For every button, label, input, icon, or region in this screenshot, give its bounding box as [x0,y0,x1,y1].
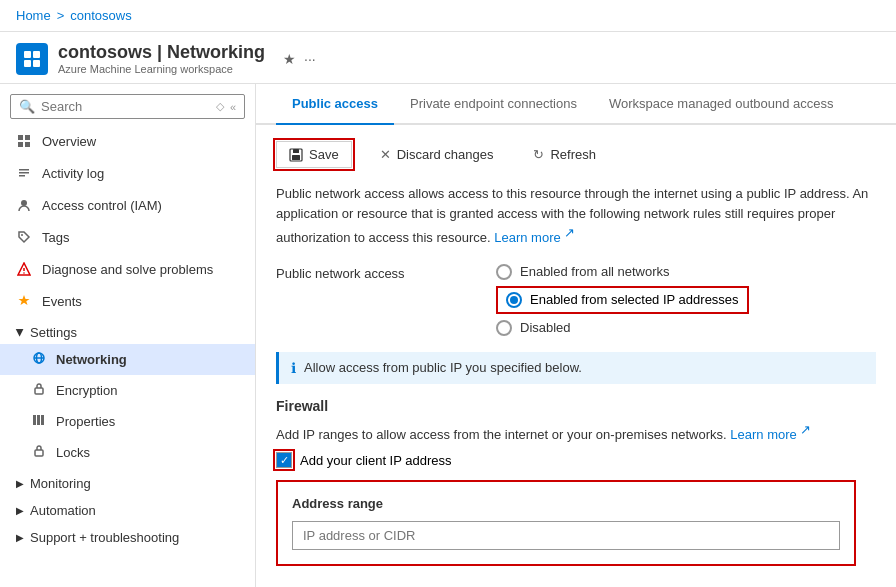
svg-rect-22 [35,450,43,456]
content-body: Save ✕ Discard changes ↻ Refresh Public … [256,125,896,582]
support-section[interactable]: ▶ Support + troubleshooting [0,522,255,549]
tab-private-endpoint[interactable]: Private endpoint connections [394,84,593,125]
svg-rect-25 [292,155,300,160]
events-label: Events [42,294,82,309]
support-chevron: ▶ [16,532,24,543]
address-range-container: Address range [276,480,856,566]
svg-rect-10 [19,175,25,177]
sidebar-item-events[interactable]: Events [0,285,255,317]
info-icon: ℹ [291,360,296,376]
network-access-row: Public network access Enabled from all n… [276,264,876,336]
settings-section[interactable]: ▶ Settings [0,317,255,344]
svg-point-11 [21,200,27,206]
activity-log-icon [16,165,32,181]
address-range-title: Address range [292,496,840,511]
tags-icon [16,229,32,245]
sidebar-item-overview[interactable]: Overview [0,125,255,157]
svg-rect-1 [33,51,40,58]
radio-group: Enabled from all networks Enabled from s… [496,264,749,336]
refresh-label: Refresh [550,147,596,162]
discard-button[interactable]: ✕ Discard changes [368,142,506,167]
sidebar: 🔍 ◇ « Overview Activity log Access contr… [0,84,256,587]
firewall-learn-more[interactable]: Learn more ↗ [730,427,811,442]
content-area: Public access Private endpoint connectio… [256,84,896,587]
svg-rect-8 [19,169,29,171]
main-layout: 🔍 ◇ « Overview Activity log Access contr… [0,84,896,587]
sidebar-item-properties[interactable]: Properties [0,406,255,437]
save-button[interactable]: Save [276,141,352,168]
page-title-area: contosows | Networking Azure Machine Lea… [58,42,265,75]
more-options-icon[interactable]: ··· [304,51,316,67]
add-client-ip-row: ✓ Add your client IP address [276,452,876,468]
svg-rect-18 [35,388,43,394]
radio-circle-all [496,264,512,280]
discard-icon: ✕ [380,147,391,162]
iam-icon [16,197,32,213]
tab-outbound[interactable]: Workspace managed outbound access [593,84,850,125]
tab-bar: Public access Private endpoint connectio… [256,84,896,125]
collection-icon: ◇ [216,100,224,113]
monitoring-section[interactable]: ▶ Monitoring [0,468,255,495]
radio-circle-disabled [496,320,512,336]
breadcrumb-separator: > [57,8,65,23]
refresh-icon: ↻ [533,147,544,162]
automation-section[interactable]: ▶ Automation [0,495,255,522]
add-client-ip-label: Add your client IP address [300,453,452,468]
save-label: Save [309,147,339,162]
toolbar: Save ✕ Discard changes ↻ Refresh [276,141,876,168]
sidebar-item-activity-log[interactable]: Activity log [0,157,255,189]
breadcrumb-home[interactable]: Home [16,8,51,23]
sidebar-item-tags[interactable]: Tags [0,221,255,253]
discard-label: Discard changes [397,147,494,162]
properties-label: Properties [56,414,115,429]
svg-rect-24 [293,149,299,153]
tab-public-access[interactable]: Public access [276,84,394,125]
activity-log-label: Activity log [42,166,104,181]
learn-more-link[interactable]: Learn more ↗ [494,230,575,245]
sidebar-item-locks[interactable]: Locks [0,437,255,468]
networking-icon [32,351,46,368]
sidebar-item-encryption[interactable]: Encryption [0,375,255,406]
info-message: Allow access from public IP you specifie… [304,360,582,375]
search-input[interactable] [41,99,210,114]
diagnose-label: Diagnose and solve problems [42,262,213,277]
save-icon [289,148,303,162]
tags-label: Tags [42,230,69,245]
overview-label: Overview [42,134,96,149]
radio-disabled-label: Disabled [520,320,571,335]
address-range-input[interactable] [292,521,840,550]
svg-rect-20 [37,415,40,425]
radio-all-networks[interactable]: Enabled from all networks [496,264,749,280]
sidebar-item-diagnose[interactable]: Diagnose and solve problems [0,253,255,285]
monitoring-chevron: ▶ [16,478,24,489]
breadcrumb-current: contosows [70,8,131,23]
svg-rect-7 [25,142,30,147]
page-subtitle: Azure Machine Learning workspace [58,63,265,75]
radio-selected-box[interactable]: Enabled from selected IP addresses [496,286,749,314]
page-header: contosows | Networking Azure Machine Lea… [0,32,896,84]
radio-disabled[interactable]: Disabled [496,320,749,336]
radio-selected-label: Enabled from selected IP addresses [530,292,739,307]
search-icon: 🔍 [19,99,35,114]
automation-label: Automation [30,503,96,518]
add-client-ip-checkbox[interactable]: ✓ [276,452,292,468]
svg-point-12 [21,234,23,236]
settings-label: Settings [30,325,77,340]
collapse-icon[interactable]: « [230,101,236,113]
svg-rect-4 [18,135,23,140]
monitoring-label: Monitoring [30,476,91,491]
sidebar-item-iam[interactable]: Access control (IAM) [0,189,255,221]
svg-rect-21 [41,415,44,425]
favorite-icon[interactable]: ★ [283,51,296,67]
svg-rect-0 [24,51,31,58]
svg-point-14 [23,272,25,274]
search-box[interactable]: 🔍 ◇ « [10,94,245,119]
firewall-title: Firewall [276,398,876,414]
sidebar-item-networking[interactable]: Networking [0,344,255,375]
refresh-button[interactable]: ↻ Refresh [521,142,608,167]
page-title: contosows | Networking [58,42,265,63]
settings-chevron: ▶ [15,329,26,337]
events-icon [16,293,32,309]
overview-icon [16,133,32,149]
info-box: ℹ Allow access from public IP you specif… [276,352,876,384]
